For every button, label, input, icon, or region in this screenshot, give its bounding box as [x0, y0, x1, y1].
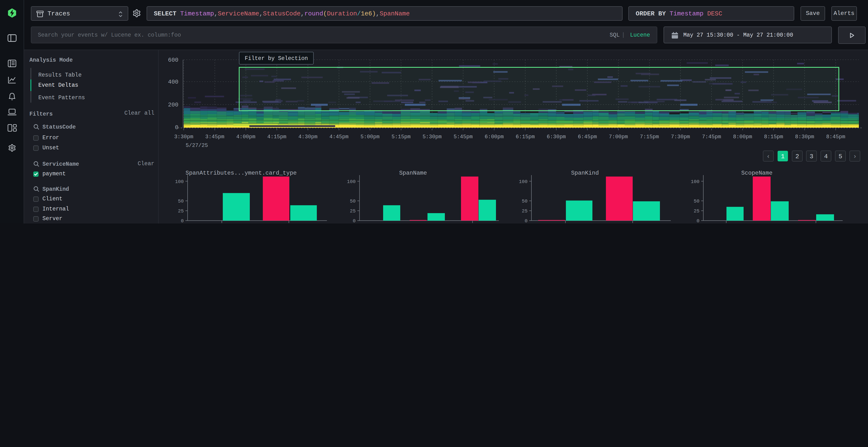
svg-text:8:45pm: 8:45pm [826, 134, 845, 140]
svg-text:5:00pm: 5:00pm [361, 134, 379, 140]
svg-text:25: 25 [694, 208, 700, 214]
svg-text:3:45pm: 3:45pm [205, 134, 224, 140]
svg-text:50: 50 [522, 199, 528, 204]
svg-text:100: 100 [347, 179, 355, 184]
svg-text:1: 1 [781, 153, 785, 160]
svg-text:0: 0 [696, 218, 700, 224]
svg-text:50: 50 [178, 199, 184, 204]
svg-text:200: 200 [168, 102, 179, 108]
svg-text:4:00pm: 4:00pm [236, 134, 255, 140]
svg-text:SpanName: SpanName [399, 170, 427, 176]
svg-text:8:30pm: 8:30pm [795, 134, 814, 140]
svg-text:100: 100 [175, 179, 184, 184]
svg-text:2: 2 [796, 153, 799, 160]
svg-text:‹: ‹ [767, 153, 770, 160]
svg-text:7:30pm: 7:30pm [671, 134, 690, 140]
svg-text:5:30pm: 5:30pm [423, 134, 441, 140]
svg-text:4:15pm: 4:15pm [268, 134, 286, 140]
svg-text:›: › [853, 153, 857, 160]
svg-text:50: 50 [350, 199, 355, 204]
svg-text:ScopeName: ScopeName [741, 170, 773, 176]
svg-text:7:45pm: 7:45pm [702, 134, 721, 140]
svg-text:4:30pm: 4:30pm [298, 134, 317, 140]
svg-text:100: 100 [519, 179, 528, 184]
svg-text:SpanAttributes...yment.card_ty: SpanAttributes...yment.card_type [186, 170, 297, 176]
svg-text:3: 3 [810, 153, 813, 160]
svg-text:5:45pm: 5:45pm [454, 134, 472, 140]
svg-text:25: 25 [522, 208, 528, 214]
svg-text:25: 25 [350, 208, 355, 214]
svg-text:5/27/25: 5/27/25 [186, 143, 208, 148]
svg-text:400: 400 [168, 79, 179, 85]
svg-text:Filter by Selection: Filter by Selection [245, 56, 308, 62]
svg-text:600: 600 [168, 57, 179, 63]
svg-text:0: 0 [525, 218, 528, 224]
svg-text:4: 4 [824, 153, 828, 160]
svg-text:0: 0 [353, 218, 355, 224]
svg-text:SpanKind: SpanKind [571, 170, 599, 176]
svg-text:5:15pm: 5:15pm [392, 134, 411, 140]
svg-text:4:45pm: 4:45pm [329, 134, 348, 140]
svg-text:50: 50 [694, 199, 700, 204]
svg-text:0: 0 [181, 218, 184, 224]
svg-text:0: 0 [175, 124, 179, 131]
svg-text:100: 100 [691, 179, 700, 184]
svg-text:6:30pm: 6:30pm [547, 134, 566, 140]
svg-text:25: 25 [178, 208, 184, 214]
svg-text:7:00pm: 7:00pm [609, 134, 628, 140]
svg-text:8:15pm: 8:15pm [764, 134, 783, 140]
svg-text:7:15pm: 7:15pm [640, 134, 659, 140]
svg-text:3:30pm: 3:30pm [174, 134, 193, 140]
svg-text:6:15pm: 6:15pm [516, 134, 535, 140]
svg-text:8:00pm: 8:00pm [733, 134, 752, 140]
svg-text:6:45pm: 6:45pm [578, 134, 597, 140]
svg-text:6:00pm: 6:00pm [485, 134, 504, 140]
svg-text:5: 5 [839, 153, 842, 160]
